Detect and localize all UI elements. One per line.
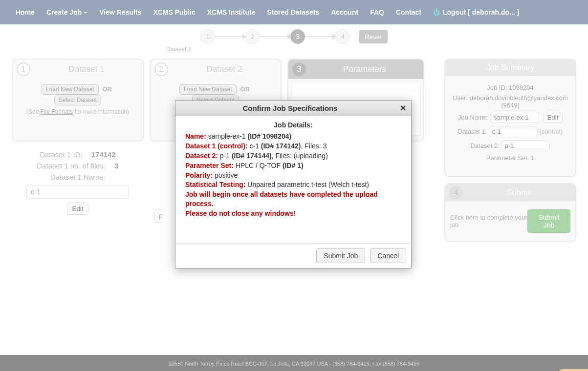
jobname-edit-button[interactable]: Edit xyxy=(543,112,563,123)
or-label: OR xyxy=(103,85,112,93)
footer-address: 10550 North Torrey Pines Road BCC-007, L… xyxy=(0,361,588,367)
ds1-files-label: Dataset 1 no. of files: xyxy=(37,162,106,170)
jobid-value: 1098204 xyxy=(509,84,534,91)
submit-job-button[interactable]: Submit Job xyxy=(527,209,570,233)
jd-pset-id: (ID# 1) xyxy=(283,162,304,169)
summary-d1-input[interactable] xyxy=(489,126,538,137)
caret-down-icon xyxy=(84,12,87,14)
nav-contact[interactable]: Contact xyxy=(390,1,427,23)
ds1-name-input[interactable] xyxy=(26,185,129,199)
job-details-header: Job Details: xyxy=(185,121,401,129)
panel-number-3: 3 xyxy=(292,62,306,76)
job-summary-header: Job Summary xyxy=(445,60,575,76)
nav-view-results[interactable]: View Results xyxy=(93,1,147,23)
short-course-badge[interactable]: XCMS Short Course xyxy=(558,369,588,371)
file-formats-link[interactable]: File Formats xyxy=(41,108,73,115)
ds1-id-value: 174142 xyxy=(91,150,116,159)
submit-hint: Click here to complete your job xyxy=(450,214,527,228)
summary-d1-label: Dataset 1: xyxy=(458,128,487,135)
jd-warning-2: Please do not close any windows! xyxy=(185,209,296,217)
nav-logout[interactable]: ⏻ Logout [ deborah.do... ] xyxy=(427,1,525,23)
page-footer: 10550 North Torrey Pines Road BCC-007, L… xyxy=(0,355,588,371)
step-connector xyxy=(305,36,335,37)
jd-warning-1: Job will begin once all datasets have co… xyxy=(185,190,378,207)
nav-faq[interactable]: FAQ xyxy=(364,1,390,23)
ds1-edit-button[interactable]: Edit xyxy=(67,203,89,215)
load-new-dataset-1-button[interactable]: Load New Dataset xyxy=(42,84,99,95)
nav-xcms-public[interactable]: XCMS Public xyxy=(147,1,201,23)
dialog-cancel-button[interactable]: Cancel xyxy=(370,248,406,263)
nav-create-label: Create Job xyxy=(46,8,82,16)
panel-number-4: 4 xyxy=(449,186,463,200)
nav-xcms-institute[interactable]: XCMS Institute xyxy=(201,1,261,23)
jd-d1-value: c-1 xyxy=(248,142,261,150)
file-formats-hint: (See File Formats for more information) xyxy=(18,108,138,115)
dataset2-title: Dataset 2 xyxy=(172,64,277,74)
step-2-label: Dataset 2 xyxy=(166,46,588,53)
summary-d2-input[interactable] xyxy=(501,140,550,151)
nav-account[interactable]: Account xyxy=(325,1,364,23)
load-new-dataset-2-button[interactable]: Load New Dataset xyxy=(179,84,237,95)
jd-d1-files: , Files: 3 xyxy=(301,142,327,150)
dataset1-title: Dataset 1 xyxy=(34,64,139,74)
dialog-title: Confirm Job Specifications xyxy=(180,104,400,112)
logout-label: Logout [ deborah.do... ] xyxy=(443,8,519,16)
step-2[interactable]: 2 xyxy=(245,29,260,44)
jd-d1-id: (ID# 174142) xyxy=(261,142,301,150)
nav-create-job[interactable]: Create Job xyxy=(41,1,93,23)
jd-d2-files: , Files: (uploading) xyxy=(272,152,328,160)
jd-pset-value: HPLC / Q-TOF xyxy=(234,162,283,169)
dialog-submit-button[interactable]: Submit Job xyxy=(316,248,365,263)
select-dataset-1-button[interactable]: Select Dataset xyxy=(54,95,101,105)
summary-d2-label: Dataset 2: xyxy=(471,142,500,149)
jd-polarity-value: positive xyxy=(213,171,238,179)
ds1-files-value: 3 xyxy=(114,162,118,170)
control-label: (control) xyxy=(539,128,563,135)
dataset1-panel: 1 Dataset 1 Load New Dataset OR Select D… xyxy=(12,59,144,142)
dataset1-info: Dataset 1 ID:174142 Dataset 1 no. of fil… xyxy=(12,150,144,215)
jd-name-label: Name: xyxy=(185,132,206,140)
main-navbar: Home Create Job View Results XCMS Public… xyxy=(0,0,588,24)
job-summary-panel: Job Summary Job ID: 1098204 User: debora… xyxy=(444,59,576,177)
step-1[interactable]: 1 xyxy=(200,29,215,44)
ds1-id-label: Dataset 1 ID: xyxy=(40,150,83,159)
submit-panel: 4 Submit Click here to complete your job… xyxy=(444,183,576,242)
or-label: OR xyxy=(240,85,250,93)
power-icon: ⏻ xyxy=(433,8,440,16)
parameters-title: Parameters xyxy=(310,64,419,74)
jd-name-value: sample-ex-1 xyxy=(206,132,248,140)
jd-name-id: (ID# 1098204) xyxy=(248,132,292,140)
confirm-dialog: Confirm Job Specifications ✕ Job Details… xyxy=(175,100,412,268)
jd-d2-id: (ID# 174144) xyxy=(232,152,272,160)
progress-stepper: 1 2 3 4 Reset xyxy=(0,24,588,44)
summary-pset: Parameter Set: 1 xyxy=(450,154,570,162)
user-value: deborah.dovinbleuth@yandex.com (9649) xyxy=(470,94,568,109)
jd-d2-label: Dataset 2: xyxy=(185,152,218,160)
jd-d1-label: Dataset 1 (control): xyxy=(185,142,248,150)
step-connector xyxy=(260,36,290,37)
jd-pset-label: Parameter Set: xyxy=(185,162,234,169)
jd-stat-value: Unpaired parametric t-test (Welch t-test… xyxy=(245,181,369,188)
jobname-input[interactable] xyxy=(490,112,539,123)
jd-stat-label: Statistical Testing: xyxy=(185,181,245,188)
jd-d2-value: p-1 xyxy=(218,152,232,160)
nav-home[interactable]: Home xyxy=(10,1,41,23)
jobid-label: Job ID: xyxy=(487,84,509,91)
jd-polarity-label: Polarity: xyxy=(185,171,213,179)
step-4[interactable]: 4 xyxy=(335,29,350,44)
panel-number-1: 1 xyxy=(17,62,30,76)
step-connector xyxy=(215,36,245,37)
dialog-close-icon[interactable]: ✕ xyxy=(400,103,406,113)
nav-stored-datasets[interactable]: Stored Datasets xyxy=(261,1,326,23)
panel-number-2: 2 xyxy=(154,62,168,76)
reset-button[interactable]: Reset xyxy=(359,30,388,43)
submit-title: Submit xyxy=(467,188,571,198)
jobname-label: Job Name: xyxy=(458,114,489,121)
step-3[interactable]: 3 xyxy=(290,29,305,44)
ds1-name-label: Dataset 1 Name: xyxy=(50,173,106,181)
user-label: User: xyxy=(453,94,470,102)
ds2-name-input-truncated[interactable]: p xyxy=(154,209,162,223)
